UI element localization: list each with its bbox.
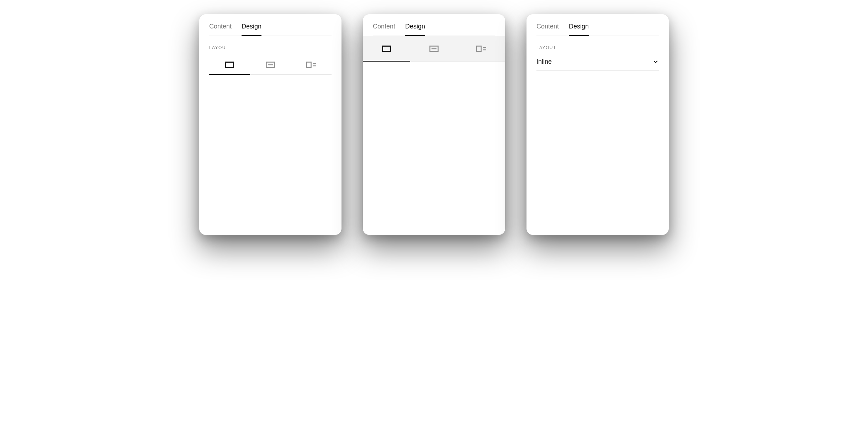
svg-rect-0 — [226, 62, 234, 67]
svg-rect-9 — [477, 46, 481, 51]
layout-segmented-bleed — [363, 36, 505, 62]
layout-card-icon — [429, 46, 439, 52]
section-label-layout: LAYOUT — [536, 45, 659, 50]
layout-option-float[interactable] — [458, 36, 505, 62]
svg-rect-3 — [306, 62, 311, 67]
layout-float-icon — [476, 46, 487, 52]
tab-content[interactable]: Content — [536, 23, 559, 36]
layout-option-inline[interactable] — [209, 55, 250, 74]
svg-rect-6 — [382, 46, 391, 51]
tab-content[interactable]: Content — [209, 23, 232, 36]
tab-content[interactable]: Content — [373, 23, 395, 36]
design-panel-dropdown: Content Design LAYOUT Inline — [526, 14, 669, 235]
layout-dropdown[interactable]: Inline — [536, 54, 659, 71]
layout-card-icon — [266, 62, 275, 68]
layout-option-card[interactable] — [410, 36, 457, 62]
layout-inline-icon — [225, 62, 234, 68]
chevron-down-icon — [652, 58, 659, 65]
layout-inline-icon — [382, 46, 391, 52]
section-label-layout: LAYOUT — [209, 45, 332, 50]
layout-segmented — [209, 55, 332, 75]
layout-option-card[interactable] — [250, 55, 291, 74]
tabs: Content Design — [536, 23, 659, 36]
layout-dropdown-value: Inline — [536, 58, 552, 65]
tab-design[interactable]: Design — [405, 23, 425, 36]
tab-design[interactable]: Design — [242, 23, 261, 36]
design-panel-contained: Content Design LAYOUT — [199, 14, 342, 235]
layout-option-float[interactable] — [291, 55, 332, 74]
tabs: Content Design — [373, 23, 495, 36]
layout-float-icon — [306, 62, 317, 68]
tabs: Content Design — [209, 23, 332, 36]
layout-option-inline[interactable] — [363, 36, 410, 62]
design-panel-bleed: Content Design — [363, 14, 505, 235]
tab-design[interactable]: Design — [569, 23, 589, 36]
